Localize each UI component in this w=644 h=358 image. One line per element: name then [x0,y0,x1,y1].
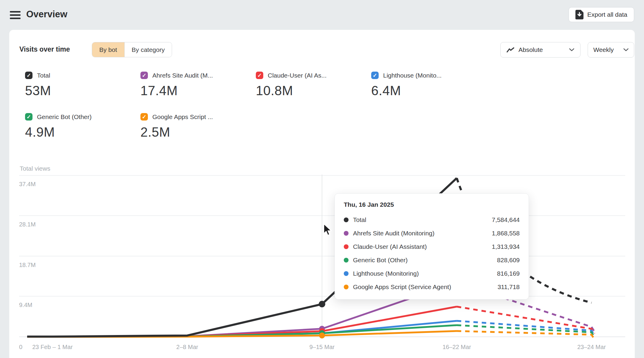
series-total-value: 17.4M [140,83,256,98]
series-dot-icon [344,217,349,222]
series-label: Ahrefs Site Audit (M... [152,72,213,79]
tooltip-series-name: Generic Bot (Other) [353,257,408,264]
menu-icon[interactable] [10,11,21,19]
chevron-down-icon [623,48,628,51]
chart-tooltip: Thu, 16 Jan 2025 Total7,584,644Ahrefs Si… [335,193,529,300]
tooltip-series-value: 1,868,558 [492,230,520,237]
tooltip-row: Claude-User (AI Assistant)1,313,934 [344,240,520,253]
toggle-by-bot[interactable]: By bot [92,42,124,57]
series-checkbox[interactable]: ✓ [25,72,32,79]
series-label: Total [37,72,50,79]
series-label: Claude-User (AI As... [268,72,326,79]
toggle-by-category[interactable]: By category [124,42,172,57]
chevron-down-icon [569,48,574,51]
interval-dropdown-value: Weekly [593,46,614,53]
series-total-value: 4.9M [25,125,140,140]
metric-dropdown[interactable]: Absolute [500,42,580,58]
series-dot-icon [344,244,349,249]
tooltip-series-name: Claude-User (AI Assistant) [353,243,427,250]
series-legend: ✓Total53M✓Ahrefs Site Audit (M...17.4M✓C… [25,72,487,140]
tooltip-date: Thu, 16 Jan 2025 [344,201,520,208]
tooltip-series-value: 7,584,644 [492,216,520,223]
download-file-icon [575,10,583,19]
export-button-label: Export all data [587,11,627,18]
section-title: Visits over time [19,45,70,53]
legend-item-0[interactable]: ✓Total53M [25,72,140,98]
trend-line-icon [507,47,514,53]
tooltip-row: Ahrefs Site Audit (Monitoring)1,868,558 [344,226,520,240]
tooltip-series-value: 828,609 [497,257,520,264]
legend-item-3[interactable]: ✓Lighthouse (Monito...6.4M [371,72,487,98]
tooltip-series-value: 816,169 [497,270,520,277]
tooltip-series-name: Google Apps Script (Service Agent) [353,283,451,291]
interval-dropdown[interactable]: Weekly [588,42,634,58]
bot-category-toggle: By bot By category [92,42,172,57]
series-label: Lighthouse (Monito... [383,72,442,79]
series-dot-icon [344,231,349,236]
tooltip-series-value: 1,313,934 [492,243,520,250]
visits-over-time-card: Visits over time By bot By category Abso… [9,30,635,358]
series-checkbox[interactable]: ✓ [256,72,263,79]
mouse-cursor-icon [323,223,333,238]
export-all-data-button[interactable]: Export all data [569,7,634,22]
tooltip-series-name: Ahrefs Site Audit (Monitoring) [353,230,434,237]
series-dot-icon [344,258,349,263]
series-label: Generic Bot (Other) [37,113,92,121]
metric-dropdown-value: Absolute [518,46,543,53]
legend-item-2[interactable]: ✓Claude-User (AI As...10.8M [256,72,371,98]
tooltip-row: Google Apps Script (Service Agent)311,71… [344,280,520,294]
series-checkbox[interactable]: ✓ [371,72,379,79]
series-checkbox[interactable]: ✓ [25,113,32,121]
page-title: Overview [26,9,67,20]
tooltip-series-value: 311,718 [498,283,520,291]
series-total-value: 6.4M [371,83,487,98]
legend-item-4[interactable]: ✓Generic Bot (Other)4.9M [25,113,140,140]
tooltip-series-name: Lighthouse (Monitoring) [353,270,419,277]
tooltip-row: Lighthouse (Monitoring)816,169 [344,267,520,280]
tooltip-series-name: Total [353,216,366,223]
legend-item-1[interactable]: ✓Ahrefs Site Audit (M...17.4M [140,72,256,98]
series-dot-icon [344,271,349,276]
series-checkbox[interactable]: ✓ [140,113,148,121]
legend-item-5[interactable]: ✓Google Apps Script ...2.5M [140,113,256,140]
series-total-value: 2.5M [140,125,256,140]
tooltip-row: Total7,584,644 [344,213,520,226]
series-checkbox[interactable]: ✓ [140,72,148,79]
tooltip-row: Generic Bot (Other)828,609 [344,253,520,267]
series-total-value: 53M [25,83,140,98]
series-label: Google Apps Script ... [152,113,213,121]
series-dot-icon [344,285,349,289]
top-bar: Overview Export all data [0,0,644,30]
series-total-value: 10.8M [256,83,371,98]
